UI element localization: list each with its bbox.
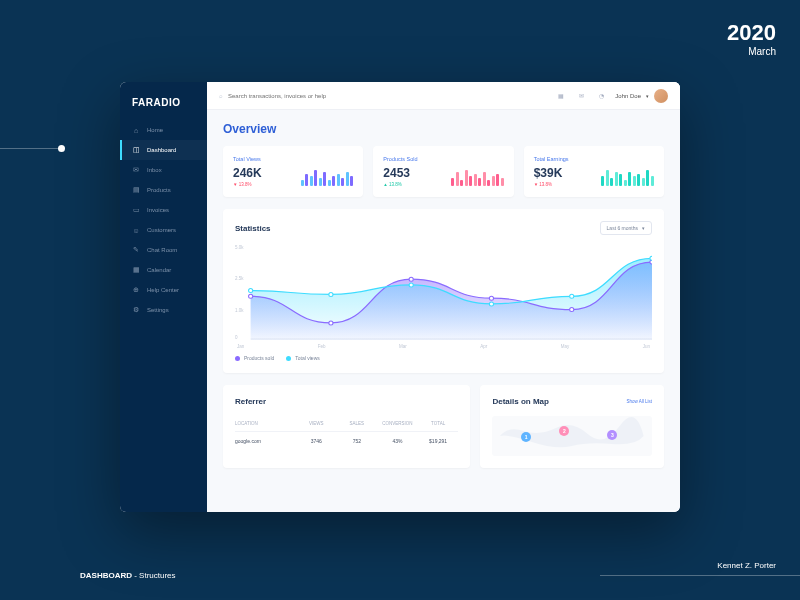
svg-point-2 (329, 321, 333, 325)
svg-point-12 (650, 256, 652, 260)
main: ⌕ ▦ ✉ ◔ John Doe ▾ Overview Total Views2… (207, 82, 680, 512)
brand-logo: FARADIO (120, 92, 207, 120)
sparkline (601, 168, 654, 186)
map-body: 123 (492, 416, 652, 456)
card-delta: ▲ 13.8% (383, 182, 410, 187)
sidebar-item-customers[interactable]: ☺Customers (120, 220, 207, 240)
map-panel: Details on Map Show All List 123 (480, 385, 664, 468)
card-value: 246K (233, 166, 262, 180)
avatar (654, 89, 668, 103)
message-icon[interactable]: ✉ (575, 90, 587, 102)
chevron-down-icon: ▾ (646, 93, 649, 99)
table-header: LOCATION VIEWS SALES CONVERSION TOTAL (235, 416, 458, 432)
svg-point-4 (489, 296, 493, 300)
search-icon: ⌕ (219, 93, 223, 99)
grid-icon[interactable]: ▦ (555, 90, 567, 102)
sidebar-item-label: Dashboard (147, 147, 176, 153)
month: March (727, 46, 776, 57)
card-delta: ▼ 13.8% (534, 182, 563, 187)
overview-card[interactable]: Total Earnings$39K▼ 13.8% (524, 146, 664, 197)
sidebar-item-label: Invoices (147, 207, 169, 213)
calendar-icon: ▦ (132, 266, 140, 274)
sidebar-item-chat[interactable]: ✎Chat Room (120, 240, 207, 260)
inbox-icon: ✉ (132, 166, 140, 174)
card-delta: ▼ 13.8% (233, 182, 262, 187)
svg-point-1 (249, 294, 253, 298)
sidebar-item-label: Products (147, 187, 171, 193)
year: 2020 (727, 20, 776, 46)
svg-point-9 (409, 283, 413, 287)
sidebar-item-products[interactable]: ▤Products (120, 180, 207, 200)
table-row[interactable]: google.com374675243%$19,291 (235, 432, 458, 450)
referrer-title: Referrer (235, 397, 266, 406)
dashboard-icon: ◫ (132, 146, 140, 154)
card-value: 2453 (383, 166, 410, 180)
svg-point-11 (570, 294, 574, 298)
sidebar-item-invoices[interactable]: ▭Invoices (120, 200, 207, 220)
sidebar-item-inbox[interactable]: ✉Inbox (120, 160, 207, 180)
sidebar-item-label: Calendar (147, 267, 171, 273)
statistics-chart: 5.0k 2.5k 1.0k 0 (235, 245, 652, 340)
sidebar-item-dashboard[interactable]: ◫Dashboard (120, 140, 207, 160)
content: Overview Total Views246K▼ 13.8%Products … (207, 110, 680, 512)
svg-point-10 (489, 302, 493, 306)
card-label: Products Sold (383, 156, 503, 162)
show-all-link[interactable]: Show All List (626, 399, 652, 404)
svg-point-8 (329, 292, 333, 296)
card-label: Total Earnings (534, 156, 654, 162)
card-label: Total Views (233, 156, 353, 162)
header: ⌕ ▦ ✉ ◔ John Doe ▾ (207, 82, 680, 110)
user-menu[interactable]: John Doe ▾ (615, 89, 668, 103)
page-title: Overview (223, 122, 664, 136)
legend-item: Products sold (235, 355, 274, 361)
sidebar-item-help[interactable]: ⊕Help Center (120, 280, 207, 300)
sidebar-item-label: Chat Room (147, 247, 177, 253)
legend-item: Total views (286, 355, 319, 361)
statistics-panel: Statistics Last 6 months ▾ 5.0k 2.5k 1.0… (223, 209, 664, 373)
sidebar-item-label: Settings (147, 307, 169, 313)
invoices-icon: ▭ (132, 206, 140, 214)
sidebar-item-label: Home (147, 127, 163, 133)
date-label: 2020 March (727, 20, 776, 57)
sidebar-item-label: Customers (147, 227, 176, 233)
card-value: $39K (534, 166, 563, 180)
search-input[interactable] (228, 93, 547, 99)
svg-point-7 (249, 289, 253, 293)
settings-icon: ⚙ (132, 306, 140, 314)
svg-point-5 (570, 308, 574, 312)
overview-card[interactable]: Total Views246K▼ 13.8% (223, 146, 363, 197)
overview-card[interactable]: Products Sold2453▲ 13.8% (373, 146, 513, 197)
overview-cards: Total Views246K▼ 13.8%Products Sold2453▲… (223, 146, 664, 197)
sidebar-item-label: Help Center (147, 287, 179, 293)
app-window: FARADIO ⌂Home◫Dashboard✉Inbox▤Products▭I… (120, 82, 680, 512)
customers-icon: ☺ (132, 226, 140, 234)
range-dropdown[interactable]: Last 6 months ▾ (600, 221, 652, 235)
help-icon: ⊕ (132, 286, 140, 294)
footer-author: Kennet Z. Porter (717, 561, 776, 570)
sidebar: FARADIO ⌂Home◫Dashboard✉Inbox▤Products▭I… (120, 82, 207, 512)
bell-icon[interactable]: ◔ (595, 90, 607, 102)
chart-legend: Products soldTotal views (235, 355, 652, 361)
svg-point-3 (409, 277, 413, 281)
x-axis: JanFebMarAprMayJun (235, 344, 652, 349)
user-name: John Doe (615, 93, 641, 99)
chevron-down-icon: ▾ (642, 225, 645, 231)
chat-icon: ✎ (132, 246, 140, 254)
sparkline (451, 168, 504, 186)
statistics-title: Statistics (235, 224, 271, 233)
sidebar-item-settings[interactable]: ⚙Settings (120, 300, 207, 320)
sidebar-item-calendar[interactable]: ▦Calendar (120, 260, 207, 280)
footer-title: DASHBOARD - Structures (80, 571, 176, 580)
referrer-panel: Referrer LOCATION VIEWS SALES CONVERSION… (223, 385, 470, 468)
sidebar-item-label: Inbox (147, 167, 162, 173)
products-icon: ▤ (132, 186, 140, 194)
sidebar-item-home[interactable]: ⌂Home (120, 120, 207, 140)
sparkline (301, 168, 354, 186)
home-icon: ⌂ (132, 126, 140, 134)
search[interactable]: ⌕ (219, 93, 547, 99)
map-title: Details on Map (492, 397, 548, 406)
